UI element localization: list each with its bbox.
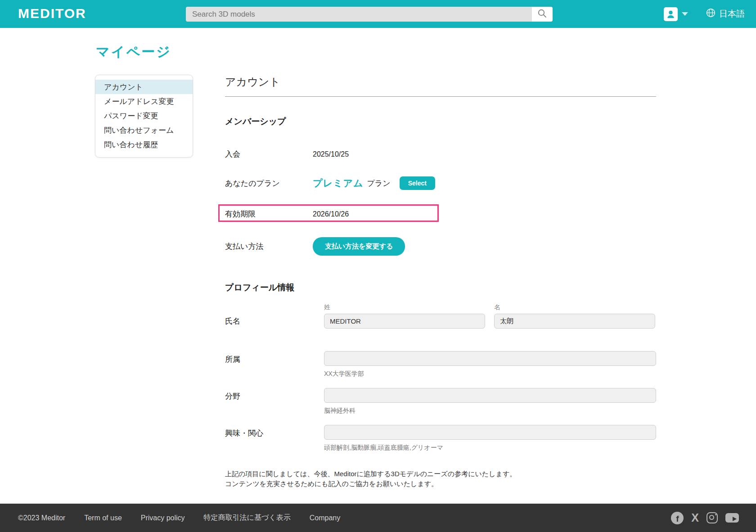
profile-note-line2: コンテンツを充実させるためにも記入のご協力をお願いいたします。 [225,479,656,489]
field-input[interactable] [324,388,656,403]
meditor-logo[interactable]: MEDITOR [18,6,86,21]
search-bar [186,7,553,22]
footer-link-company[interactable]: Company [310,514,340,522]
language-label: 日本語 [719,8,745,20]
header-right-group: 日本語 [664,0,745,28]
footer: ©2023 Meditor Term of use Privacy policy… [0,504,756,532]
first-name-label: 名 [494,303,655,311]
search-input[interactable] [186,7,532,22]
name-row: 氏名 姓 名 [225,303,656,329]
payment-label: 支払い方法 [225,241,313,252]
facebook-icon[interactable]: f [671,512,684,524]
user-icon [664,7,678,21]
last-name-input[interactable] [324,314,485,329]
payment-row: 支払い方法 支払い方法を変更する [225,237,656,256]
footer-link-privacy[interactable]: Privacy policy [141,514,185,522]
interest-row: 興味・関心 頭部解剖,脳動脈瘤,頭蓋底腫瘍,グリオーマ [225,425,656,452]
join-label: 入会 [225,149,313,159]
search-icon [537,9,547,20]
account-sidebar: アカウント メールアドレス変更 パスワード変更 問い合わせフォーム 問い合わせ履… [95,75,193,158]
profile-note: 上記の項目に関しましては、今後、Meditorに追加する3Dモデルのニーズの参考… [225,469,656,489]
affiliation-label: 所属 [225,351,324,365]
plan-suffix: プラン [367,178,390,189]
interest-input[interactable] [324,425,656,440]
x-icon[interactable]: X [691,511,699,524]
search-button[interactable] [532,7,553,22]
sidebar-item-contact-form[interactable]: 問い合わせフォーム [95,123,193,137]
expiry-date-value: 2026/10/26 [313,210,349,218]
youtube-icon[interactable] [725,513,739,523]
plan-name: プレミアム [313,177,363,189]
membership-heading: メンバーシップ [225,116,656,127]
expiry-row: 有効期限 2026/10/26 [225,209,656,219]
footer-link-terms[interactable]: Term of use [84,514,122,522]
plan-select-button[interactable]: Select [400,176,435,190]
plan-row: あなたのプラン プレミアム プラン Select [225,176,656,190]
sidebar-item-email-change[interactable]: メールアドレス変更 [95,94,193,108]
sidebar-item-contact-history[interactable]: 問い合わせ履歴 [95,137,193,152]
chevron-down-icon [682,12,688,16]
field-row: 分野 脳神経外科 [225,388,656,415]
name-label: 氏名 [225,303,324,326]
account-panel: アカウント メンバーシップ 入会 2025/10/25 あなたのプラン プレミア… [225,75,656,504]
main-area: マイページ アカウント メールアドレス変更 パスワード変更 問い合わせフォーム … [0,28,756,504]
first-name-input[interactable] [494,314,655,329]
profile-note-line1: 上記の項目に関しましては、今後、Meditorに追加する3Dモデルのニーズの参考… [225,469,656,479]
footer-link-tokushoho[interactable]: 特定商取引法に基づく表示 [204,513,291,523]
field-label: 分野 [225,388,324,401]
sidebar-item-account[interactable]: アカウント [95,80,193,94]
instagram-icon[interactable] [706,512,718,523]
plan-label: あなたのプラン [225,178,313,189]
account-heading: アカウント [225,75,656,97]
join-date-row: 入会 2025/10/25 [225,149,656,159]
interest-hint: 頭部解剖,脳動脈瘤,頭蓋底腫瘍,グリオーマ [324,444,656,452]
globe-icon [706,8,716,20]
top-navbar: MEDITOR [0,0,756,28]
affiliation-row: 所属 XX大学医学部 [225,351,656,378]
affiliation-input[interactable] [324,351,656,366]
interest-label: 興味・関心 [225,425,324,438]
sidebar-item-password-change[interactable]: パスワード変更 [95,108,193,123]
join-date-value: 2025/10/25 [313,150,349,158]
last-name-label: 姓 [324,303,485,311]
copyright: ©2023 Meditor [18,514,65,522]
page-title: マイページ [96,43,756,61]
expiry-label: 有効期限 [225,209,313,219]
change-payment-button[interactable]: 支払い方法を変更する [313,237,405,256]
affiliation-hint: XX大学医学部 [324,370,656,378]
profile-heading: プロフィール情報 [225,282,656,293]
user-menu-button[interactable] [664,7,688,21]
field-hint: 脳神経外科 [324,407,656,415]
language-selector[interactable]: 日本語 [706,8,745,20]
